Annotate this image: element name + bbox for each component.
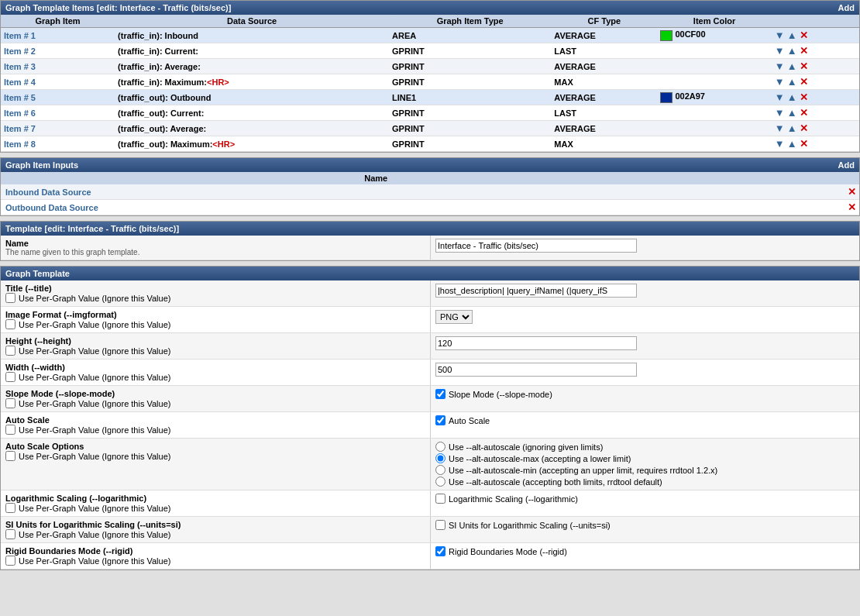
gt-radio-input[interactable] — [435, 442, 445, 452]
gt-text-input[interactable] — [435, 284, 637, 298]
gt-value-checkbox[interactable] — [435, 494, 445, 504]
type-cell: GPRINT — [389, 105, 551, 121]
gt-field-row: Image Format (--imgformat)Use Per-Graph … — [1, 307, 859, 333]
delete-button[interactable]: ✕ — [800, 122, 808, 134]
move-up-button[interactable]: ▲ — [787, 107, 797, 119]
actions-cell: ▼ ▲ ✕ — [772, 121, 859, 136]
table-row: Item # 8(traffic_out): Maximum:<HR>GPRIN… — [1, 136, 859, 152]
delete-button[interactable]: ✕ — [800, 60, 808, 72]
gt-per-graph-label: Use Per-Graph Value (Ignore this Value) — [19, 320, 170, 329]
cf-type-cell: MAX — [551, 136, 657, 152]
col-item-color: Item Color — [657, 15, 771, 28]
gt-value-checkbox-label: SI Units for Logarithmic Scaling (--unit… — [449, 521, 611, 530]
cf-type-cell: MAX — [551, 74, 657, 90]
gt-radio-input[interactable] — [435, 453, 445, 463]
cf-type-cell: AVERAGE — [551, 90, 657, 105]
gt-per-graph-checkbox[interactable] — [5, 372, 15, 382]
gt-select-input[interactable]: PNGGIFSVG — [435, 310, 473, 324]
gt-field-value: SI Units for Logarithmic Scaling (--unit… — [431, 517, 859, 542]
color-cell: 002A97 — [657, 90, 771, 105]
delete-input-button[interactable]: ✕ — [848, 201, 856, 213]
delete-button[interactable]: ✕ — [800, 107, 808, 119]
gt-value-checkbox-label: Rigid Boundaries Mode (--rigid) — [449, 547, 567, 556]
type-cell: GPRINT — [389, 136, 551, 152]
template-name-desc: The name given to this graph template. — [5, 248, 425, 256]
gt-field-label: SI Units for Logarithmic Scaling (--unit… — [1, 517, 431, 542]
delete-button[interactable]: ✕ — [800, 45, 808, 57]
template-section: Template [edit: Interface - Traffic (bit… — [0, 221, 860, 261]
move-up-button[interactable]: ▲ — [787, 45, 797, 57]
move-down-button[interactable]: ▼ — [775, 91, 785, 103]
move-down-button[interactable]: ▼ — [775, 60, 785, 72]
gt-per-graph-checkbox-row: Use Per-Graph Value (Ignore this Value) — [5, 293, 425, 303]
gt-field-label: Image Format (--imgformat)Use Per-Graph … — [1, 307, 431, 332]
move-up-button[interactable]: ▲ — [787, 91, 797, 103]
gt-per-graph-checkbox[interactable] — [5, 556, 15, 566]
datasource-cell: (traffic_out): Current: — [115, 105, 389, 121]
move-down-button[interactable]: ▼ — [775, 29, 785, 41]
gt-field-row: Title (--title)Use Per-Graph Value (Igno… — [1, 280, 859, 307]
gt-per-graph-checkbox-row: Use Per-Graph Value (Ignore this Value) — [5, 398, 425, 408]
color-swatch[interactable] — [660, 92, 673, 103]
template-name-input[interactable] — [435, 239, 637, 253]
gt-per-graph-checkbox[interactable] — [5, 293, 15, 303]
gt-field-value: Auto Scale — [431, 412, 859, 438]
input-name-cell: Outbound Data Source — [1, 200, 751, 215]
gt-per-graph-checkbox[interactable] — [5, 529, 15, 539]
delete-input-button[interactable]: ✕ — [848, 186, 856, 198]
gt-value-checkbox[interactable] — [435, 546, 445, 556]
item-cell: Item # 5 — [1, 90, 115, 105]
gt-per-graph-checkbox[interactable] — [5, 425, 15, 435]
table-row: Item # 7(traffic_out): Average:GPRINTAVE… — [1, 121, 859, 136]
gt-text-input[interactable] — [435, 336, 637, 350]
col-graph-item: Graph Item — [1, 15, 115, 28]
move-down-button[interactable]: ▼ — [775, 138, 785, 150]
cf-type-cell: AVERAGE — [551, 28, 657, 43]
move-down-button[interactable]: ▼ — [775, 45, 785, 57]
move-up-button[interactable]: ▲ — [787, 29, 797, 41]
move-down-button[interactable]: ▼ — [775, 76, 785, 88]
gt-value-checkbox-row: Logarithmic Scaling (--logarithmic) — [435, 494, 855, 504]
delete-button[interactable]: ✕ — [800, 76, 808, 88]
move-down-button[interactable]: ▼ — [775, 107, 785, 119]
gt-per-graph-checkbox[interactable] — [5, 451, 15, 461]
delete-button[interactable]: ✕ — [800, 138, 808, 150]
actions-cell: ▼ ▲ ✕ — [772, 74, 859, 90]
color-swatch[interactable] — [660, 30, 673, 41]
graph-item-inputs-section: Graph Item Inputs Add Name Inbound Data … — [0, 157, 860, 216]
graph-template-items-add-button[interactable]: Add — [838, 3, 855, 12]
move-down-button[interactable]: ▼ — [775, 122, 785, 134]
move-up-button[interactable]: ▲ — [787, 138, 797, 150]
gt-radio-input[interactable] — [435, 477, 445, 487]
gt-field-row: Auto ScaleUse Per-Graph Value (Ignore th… — [1, 412, 859, 439]
gt-value-checkbox[interactable] — [435, 415, 445, 425]
template-title: Template [edit: Interface - Traffic (bit… — [5, 224, 179, 233]
move-up-button[interactable]: ▲ — [787, 76, 797, 88]
gt-per-graph-checkbox[interactable] — [5, 319, 15, 329]
graph-item-inputs-add-button[interactable]: Add — [838, 160, 855, 170]
gt-per-graph-checkbox[interactable] — [5, 503, 15, 513]
cf-type-cell: AVERAGE — [551, 59, 657, 74]
table-row: Item # 6(traffic_out): Current:GPRINTLAS… — [1, 105, 859, 121]
delete-button[interactable]: ✕ — [800, 91, 808, 103]
delete-button[interactable]: ✕ — [800, 29, 808, 41]
table-row: Item # 4(traffic_in): Maximum:<HR>GPRINT… — [1, 74, 859, 90]
gt-field-label: Rigid Boundaries Mode (--rigid)Use Per-G… — [1, 543, 431, 569]
gt-text-input[interactable] — [435, 363, 637, 377]
graph-items-header-row: Graph Item Data Source Graph Item Type C… — [1, 15, 859, 28]
color-cell: 00CF00 — [657, 28, 771, 43]
move-up-button[interactable]: ▲ — [787, 122, 797, 134]
datasource-cell: (traffic_out): Average: — [115, 121, 389, 136]
move-up-button[interactable]: ▲ — [787, 60, 797, 72]
gt-field-value: Logarithmic Scaling (--logarithmic) — [431, 490, 859, 516]
gt-radio-input[interactable] — [435, 465, 445, 475]
gt-per-graph-checkbox[interactable] — [5, 346, 15, 356]
datasource-cell: (traffic_out): Outbound — [115, 90, 389, 105]
gt-per-graph-label: Use Per-Graph Value (Ignore this Value) — [19, 556, 170, 566]
gt-value-checkbox[interactable] — [435, 389, 445, 399]
gt-per-graph-checkbox[interactable] — [5, 398, 15, 408]
gt-radio-label: Use --alt-autoscale-min (accepting an up… — [449, 466, 717, 475]
gt-value-checkbox[interactable] — [435, 520, 445, 530]
gt-radio-label: Use --alt-autoscale (accepting both limi… — [449, 477, 662, 487]
gt-field-label: Auto Scale OptionsUse Per-Graph Value (I… — [1, 439, 431, 490]
